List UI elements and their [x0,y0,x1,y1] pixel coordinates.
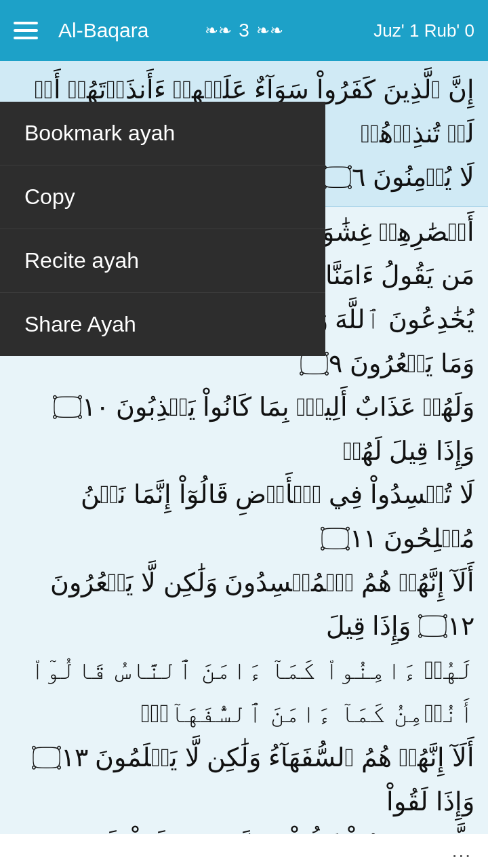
app-header: Al-Baqara ❧❧ 3 ❧❧ Juz' 1 Rub' 0 [0,0,488,61]
juz-info: Juz' 1 Rub' 0 [373,20,474,41]
share-ayah-menu-item[interactable]: Share Ayah [0,293,325,356]
quran-content-area: إِنَّ ٱلَّذِينَ كَفَرُواْ سَوَآءٌ عَلَيۡ… [0,61,488,868]
ayah-marker: ❧❧ 3 ❧❧ [205,20,283,41]
hamburger-menu[interactable] [14,22,38,39]
bookmark-ayah-menu-item[interactable]: Bookmark ayah [0,102,325,165]
copy-menu-item[interactable]: Copy [0,165,325,229]
recite-ayah-menu-item[interactable]: Recite ayah [0,229,325,293]
marker-decoration-left: ❧❧ [205,21,232,40]
context-menu: Bookmark ayah Copy Recite ayah Share Aya… [0,102,325,356]
marker-decoration-right: ❧❧ [256,21,283,40]
context-menu-overlay: Bookmark ayah Copy Recite ayah Share Aya… [0,61,488,868]
surah-title: Al-Baqara [58,19,148,42]
ayah-number: 3 [239,20,249,41]
